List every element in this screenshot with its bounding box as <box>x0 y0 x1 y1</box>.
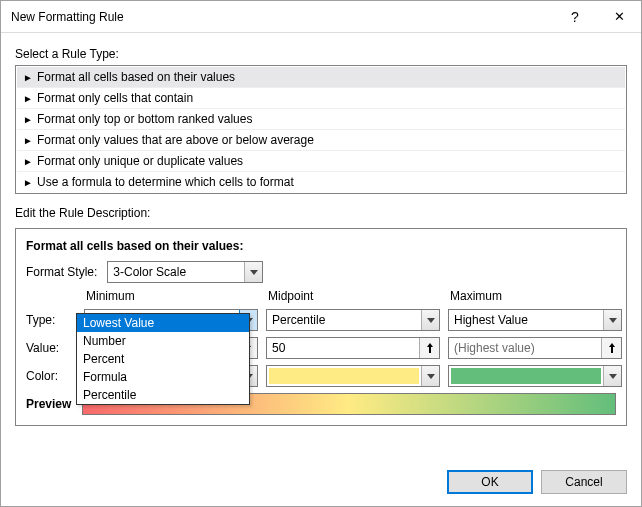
mid-type-combo[interactable]: Percentile <box>266 309 440 331</box>
format-style-label: Format Style: <box>26 265 97 279</box>
rule-type-text: Use a formula to determine which cells t… <box>37 175 294 189</box>
mid-type-value: Percentile <box>267 313 421 327</box>
dialog-content: Select a Rule Type: ► Format all cells b… <box>1 33 641 460</box>
preview-label: Preview <box>26 397 76 411</box>
format-style-row: Format Style: 3-Color Scale <box>26 261 616 283</box>
cancel-button[interactable]: Cancel <box>541 470 627 494</box>
arrow-icon: ► <box>23 177 33 188</box>
max-color-combo[interactable] <box>448 365 622 387</box>
rule-type-label: Select a Rule Type: <box>15 47 627 61</box>
ok-button[interactable]: OK <box>447 470 533 494</box>
col-mid-header: Midpoint <box>266 289 440 303</box>
new-formatting-rule-dialog: New Formatting Rule ? ✕ Select a Rule Ty… <box>0 0 642 507</box>
range-ref-icon[interactable] <box>419 338 439 358</box>
max-value-input[interactable]: (Highest value) <box>448 337 622 359</box>
max-color-swatch <box>451 368 601 384</box>
rule-type-item[interactable]: ► Format only values that are above or b… <box>17 130 625 151</box>
mid-value-text: 50 <box>267 341 419 355</box>
arrow-icon: ► <box>23 156 33 167</box>
arrow-icon: ► <box>23 114 33 125</box>
rule-type-item[interactable]: ► Format only unique or duplicate values <box>17 151 625 172</box>
chevron-down-icon <box>421 366 439 386</box>
max-type-combo[interactable]: Highest Value <box>448 309 622 331</box>
min-type-dropdown[interactable]: Lowest Value Number Percent Formula Perc… <box>76 313 250 405</box>
col-max-header: Maximum <box>448 289 622 303</box>
format-style-value: 3-Color Scale <box>108 265 244 279</box>
close-button[interactable]: ✕ <box>597 1 641 33</box>
chevron-down-icon <box>421 310 439 330</box>
chevron-down-icon <box>244 262 262 282</box>
range-ref-icon[interactable] <box>601 338 621 358</box>
help-button[interactable]: ? <box>553 1 597 33</box>
rule-type-text: Format only top or bottom ranked values <box>37 112 252 126</box>
rule-type-item[interactable]: ► Format only top or bottom ranked value… <box>17 109 625 130</box>
mid-value-input[interactable]: 50 <box>266 337 440 359</box>
dialog-title: New Formatting Rule <box>11 10 553 24</box>
max-type-value: Highest Value <box>449 313 603 327</box>
mid-color-combo[interactable] <box>266 365 440 387</box>
col-min-header: Minimum <box>84 289 258 303</box>
rule-type-item[interactable]: ► Format only cells that contain <box>17 88 625 109</box>
color-row-label: Color: <box>26 369 76 383</box>
rule-type-text: Format only values that are above or bel… <box>37 133 314 147</box>
rule-type-list[interactable]: ► Format all cells based on their values… <box>15 65 627 194</box>
rule-type-text: Format only cells that contain <box>37 91 193 105</box>
arrow-icon: ► <box>23 93 33 104</box>
value-row-label: Value: <box>26 341 76 355</box>
rule-type-item[interactable]: ► Format all cells based on their values <box>17 67 625 88</box>
rule-desc-box: Format all cells based on their values: … <box>15 228 627 426</box>
mid-color-swatch <box>269 368 419 384</box>
arrow-icon: ► <box>23 135 33 146</box>
rule-type-text: Format all cells based on their values <box>37 70 235 84</box>
rule-desc-label: Edit the Rule Description: <box>15 206 627 220</box>
dropdown-item[interactable]: Percent <box>77 350 249 368</box>
dialog-buttons: OK Cancel <box>1 460 641 506</box>
chevron-down-icon <box>603 366 621 386</box>
dropdown-item[interactable]: Formula <box>77 368 249 386</box>
dropdown-item[interactable]: Percentile <box>77 386 249 404</box>
format-style-combo[interactable]: 3-Color Scale <box>107 261 263 283</box>
dropdown-item[interactable]: Number <box>77 332 249 350</box>
type-row-label: Type: <box>26 313 76 327</box>
chevron-down-icon <box>603 310 621 330</box>
arrow-icon: ► <box>23 72 33 83</box>
rule-type-text: Format only unique or duplicate values <box>37 154 243 168</box>
dropdown-item[interactable]: Lowest Value <box>77 314 249 332</box>
titlebar: New Formatting Rule ? ✕ <box>1 1 641 33</box>
rule-type-item[interactable]: ► Use a formula to determine which cells… <box>17 172 625 192</box>
max-value-text: (Highest value) <box>449 341 601 355</box>
desc-heading: Format all cells based on their values: <box>26 239 616 253</box>
